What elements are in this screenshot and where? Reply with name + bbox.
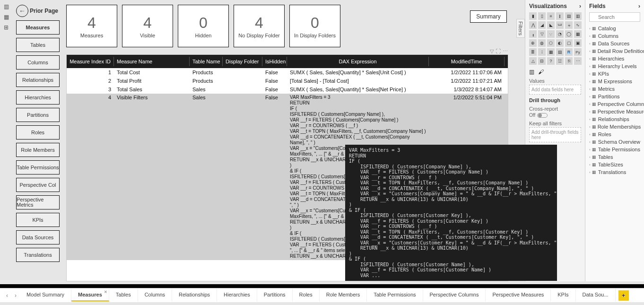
field-table-catalog[interactable]: ›▦Catalog [589, 25, 640, 32]
sidebar-item-data-sources[interactable]: Data Sources [16, 230, 60, 244]
py-visual-icon[interactable]: Py [574, 48, 582, 56]
line-clustered-icon[interactable]: ⏚ [565, 21, 573, 29]
report-view-icon[interactable]: ▥ [2, 3, 10, 10]
field-table-hierarchies[interactable]: ›▦Hierarchies [589, 55, 640, 62]
tab-roles[interactable]: Roles [293, 289, 320, 302]
prior-page-button[interactable]: ← Prior Page [16, 5, 60, 17]
field-table-relationships[interactable]: ›▦Relationships [589, 115, 640, 123]
col-measure-name[interactable]: Measure Name [114, 57, 190, 66]
more-options-icon[interactable]: ⋯ [503, 48, 508, 54]
table-icon[interactable]: ▦ [547, 48, 555, 56]
scatter-icon[interactable]: ⸪ [547, 30, 555, 38]
chevron-right-icon[interactable]: › [638, 3, 640, 9]
focus-mode-icon[interactable]: ⛶ [496, 48, 501, 54]
line-stacked-icon[interactable]: ⏙ [556, 21, 564, 29]
decomp-tree-icon[interactable]: ⊟ [538, 57, 546, 65]
col-display-folder[interactable]: Display Folder [223, 57, 262, 66]
sidebar-item-partitions[interactable]: Partitions [16, 108, 60, 122]
col-table-name[interactable]: Table Name [190, 57, 223, 66]
field-table-detail-row-definitions[interactable]: ›▦Detail Row Definitions [589, 47, 640, 55]
field-table-perspective-measures[interactable]: ›▦Perspective Measures [589, 108, 640, 115]
tab-role-members[interactable]: Role Members [320, 289, 367, 302]
format-well-icon[interactable]: 🖌 [538, 69, 544, 75]
sidebar-item-role-members[interactable]: Role Members [16, 143, 60, 157]
stacked-bar-icon[interactable]: ▮ [529, 12, 537, 20]
field-table-metrics[interactable]: ›▦Metrics [589, 85, 640, 93]
tab-nav-prev[interactable]: ‹ [3, 292, 11, 299]
field-table-perspective-columns[interactable]: ›▦Perspective Columns [589, 100, 640, 108]
clustered-column-icon[interactable]: ⫿ [556, 12, 564, 20]
filter-icon[interactable]: ▽ [490, 48, 494, 54]
tab-tables[interactable]: Tables [109, 289, 138, 302]
smart-narrative-icon[interactable]: ☳ [556, 57, 564, 65]
sidebar-item-tables[interactable]: Tables [16, 38, 60, 52]
tab-data-sou-[interactable]: Data Sou... [576, 289, 616, 302]
clustered-bar-icon[interactable]: ≡ [547, 12, 555, 20]
col-ishidden[interactable]: IsHidden [262, 57, 287, 66]
tab-hierarchies[interactable]: Hierarchies [217, 289, 257, 302]
tab-model-summary[interactable]: Model Summary [20, 289, 71, 302]
fields-well-icon[interactable]: ▥ [529, 69, 534, 75]
paginated-icon[interactable]: ⎘ [565, 57, 573, 65]
sidebar-item-hierarchies[interactable]: Hierarchies [16, 90, 60, 105]
slicer-icon[interactable]: ⫶ [538, 48, 546, 56]
close-icon[interactable]: ✕ [104, 290, 107, 294]
field-table-translations[interactable]: ›▦Translations [589, 168, 640, 176]
matrix-icon[interactable]: ▤ [556, 48, 564, 56]
funnel-icon[interactable]: ▽ [538, 30, 546, 38]
field-table-tablesizes[interactable]: ›▦TableSizes [589, 161, 640, 168]
tab-partitions[interactable]: Partitions [257, 289, 293, 302]
donut-icon[interactable]: ◯ [565, 30, 573, 38]
drillthrough-dropzone[interactable]: Add drill-through fields here [529, 127, 581, 142]
shape-map-icon[interactable]: ⬡ [547, 39, 555, 47]
key-influencers-icon[interactable]: △ [529, 57, 537, 65]
tab-measures[interactable]: Measures✕ [71, 289, 109, 302]
chevron-right-icon[interactable]: › [579, 3, 581, 9]
line-chart-icon[interactable]: ⋀ [529, 21, 537, 29]
ribbon-icon[interactable]: ∿ [574, 21, 582, 29]
col-modifiedtime[interactable]: ModifiedTime [429, 57, 505, 66]
field-table-data-sources[interactable]: ›▦Data Sources [589, 40, 640, 47]
field-table-schema-overview[interactable]: ›▦Schema Overview [589, 138, 640, 146]
fields-search-input[interactable] [589, 12, 640, 22]
field-table-role-memberships[interactable]: ›▦Role Memberships [589, 123, 640, 131]
sidebar-item-perspective-col[interactable]: Perspective Col [16, 178, 60, 192]
col-measure-index-id[interactable]: Measure Index ID [67, 57, 114, 66]
tab-relationships[interactable]: Relationships [172, 289, 217, 302]
gauge-icon[interactable]: ◐ [556, 39, 564, 47]
100-stacked-column-icon[interactable]: ▥ [574, 12, 582, 20]
field-table-m-expressions[interactable]: ›▦M Expressions [589, 78, 640, 85]
tab-perspective-measures[interactable]: Perspective Measures [486, 289, 551, 302]
100-stacked-bar-icon[interactable]: ▤ [565, 12, 573, 20]
sidebar-item-roles[interactable]: Roles [16, 125, 60, 139]
card-icon[interactable]: ▢ [565, 39, 573, 47]
stacked-area-icon[interactable]: ◣ [547, 21, 555, 29]
col-dax-expression[interactable]: DAX Expression [287, 57, 429, 66]
r-visual-icon[interactable]: R [565, 48, 573, 56]
sidebar-item-kpis[interactable]: KPIs [16, 213, 60, 227]
filters-pane-collapsed[interactable]: Filters [516, 19, 525, 38]
map-icon[interactable]: ⊕ [529, 39, 537, 47]
tab-kpis[interactable]: KPIs [551, 289, 575, 302]
field-table-hierarchy-levels[interactable]: ›▦Hierarchy Levels [589, 62, 640, 70]
cross-report-toggle[interactable]: Off [529, 113, 581, 118]
field-table-kpis[interactable]: ›▦KPIs [589, 70, 640, 78]
sidebar-item-relationships[interactable]: Relationships [16, 73, 60, 87]
table-row[interactable]: 1 Total Cost Products False SUMX ( Sales… [67, 68, 508, 77]
table-row[interactable]: 3 Total Sales Sales False SUMX ( Sales, … [67, 85, 508, 94]
sidebar-item-translations[interactable]: Translations [16, 248, 60, 262]
add-page-button[interactable]: + [618, 290, 629, 301]
stacked-column-icon[interactable]: ▯ [538, 12, 546, 20]
data-view-icon[interactable]: ▦ [2, 13, 10, 21]
more-viz-icon[interactable]: ⋯ [574, 57, 582, 65]
table-row[interactable]: 2 Total Profit Products False [Total Sal… [67, 77, 508, 85]
qa-icon[interactable]: ? [547, 57, 555, 65]
field-table-tables[interactable]: ›▦Tables [589, 153, 640, 161]
sidebar-item-columns[interactable]: Columns [16, 55, 60, 70]
field-table-partitions[interactable]: ›▦Partitions [589, 93, 640, 100]
field-table-columns[interactable]: ›▦Columns [589, 32, 640, 40]
tab-nav-next[interactable]: › [11, 292, 20, 299]
treemap-icon[interactable]: ▦ [574, 30, 582, 38]
sidebar-item-table-permissions[interactable]: Table Permissions [16, 160, 60, 174]
sidebar-item-perspective-metrics[interactable]: Perspective Metrics [16, 195, 60, 209]
